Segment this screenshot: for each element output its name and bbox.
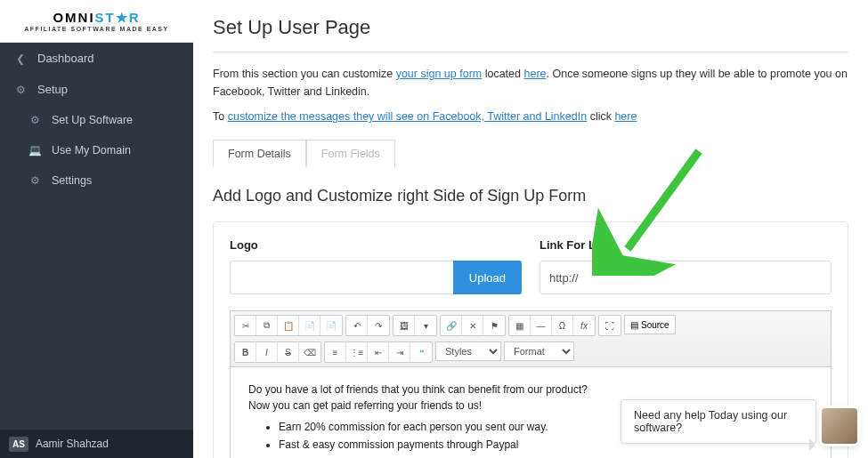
quote-icon[interactable]: ❝	[410, 342, 432, 362]
link-customize-messages[interactable]: customize the messages they will see on …	[228, 110, 587, 123]
format-select[interactable]: Format	[504, 341, 574, 361]
editor-bullet: Get a unique link that will give everyon…	[279, 454, 813, 458]
gear-icon: ⚙	[27, 174, 43, 187]
redo-icon[interactable]: ↷	[368, 316, 389, 335]
anchor-icon[interactable]: ⚑	[483, 316, 505, 335]
fx-icon[interactable]: fx	[573, 316, 595, 335]
section-title: Add Logo and Customize right Side of Sig…	[213, 187, 848, 205]
help-bubble-pointer	[809, 438, 822, 451]
source-icon: ▤	[630, 320, 638, 330]
undo-icon[interactable]: ↶	[346, 316, 368, 335]
logo: OMNIST★R AFFILIATE SOFTWARE MADE EASY	[0, 0, 193, 43]
logo-tagline: AFFILIATE SOFTWARE MADE EASY	[24, 26, 168, 32]
help-avatar[interactable]	[822, 408, 857, 444]
color-icon[interactable]: ▾	[415, 316, 436, 335]
link-here-1[interactable]: here	[523, 68, 546, 80]
nav-use-domain[interactable]: 💻 Use My Domain	[0, 135, 193, 165]
cogs-icon: ⚙	[27, 114, 43, 126]
copy-icon[interactable]: ⧉	[256, 316, 278, 335]
label-logo: Logo	[230, 238, 522, 252]
divider	[213, 52, 848, 52]
bold-icon[interactable]: B	[235, 342, 256, 362]
clear-format-icon[interactable]: ⌫	[299, 342, 320, 362]
nav-label: Use My Domain	[52, 144, 131, 157]
chevron-left-icon: ❮	[12, 52, 28, 65]
unlink-icon[interactable]: ✕	[462, 316, 483, 335]
cut-icon[interactable]: ✂	[235, 316, 256, 335]
ol-icon[interactable]: ≡	[325, 342, 346, 362]
hr-icon[interactable]: —	[531, 316, 552, 335]
paste-icon[interactable]: 📋	[278, 316, 299, 335]
logo-file-input[interactable]	[230, 261, 453, 294]
editor-toolbar: ✂⧉📋📄📄 ↶↷ 🖼▾ 🔗✕⚑ ▦—Ωfx ⛶ ▤Source BIS⌫ ≡⋮≡…	[231, 311, 831, 367]
table-icon[interactable]: ▦	[509, 316, 531, 335]
logo-link-input[interactable]	[539, 261, 831, 294]
help-bubble[interactable]: Need any help Today using our software?	[621, 399, 816, 444]
page-title: Set Up User Page	[213, 16, 848, 39]
nav-label: Settings	[52, 174, 92, 187]
tabs: Form DetailsForm Fields	[213, 140, 848, 167]
indent-icon[interactable]: ⇥	[389, 342, 410, 362]
user-initials: AS	[9, 437, 28, 452]
ul-icon[interactable]: ⋮≡	[346, 342, 368, 362]
link-here-2[interactable]: here	[614, 110, 637, 123]
styles-select[interactable]: Styles	[435, 341, 501, 361]
label-link: Link For Logo	[539, 238, 831, 252]
editor-line: Do you have a lot of friends that you th…	[248, 382, 813, 398]
paste-text-icon[interactable]: 📄	[299, 316, 320, 335]
source-button[interactable]: ▤Source	[624, 315, 676, 334]
paste-word-icon[interactable]: 📄	[320, 316, 342, 335]
nav-settings[interactable]: ⚙ Settings	[0, 165, 193, 196]
nav-setup-label: Setup	[37, 83, 68, 96]
link-signup-form[interactable]: your sign up form	[396, 68, 483, 80]
nav-setup[interactable]: ⚙ Setup	[0, 74, 193, 105]
user-badge[interactable]: AS Aamir Shahzad	[0, 430, 193, 458]
intro-2: To customize the messages they will see …	[213, 108, 848, 125]
strike-icon[interactable]: S	[278, 342, 299, 362]
sidebar: OMNIST★R AFFILIATE SOFTWARE MADE EASY ❮ …	[0, 0, 193, 458]
tab-form-fields[interactable]: Form Fields	[306, 140, 395, 167]
logo-text: OMNIST★R	[53, 10, 140, 26]
omega-icon[interactable]: Ω	[552, 316, 573, 335]
nav-dashboard[interactable]: ❮ Dashboard	[0, 43, 193, 74]
monitor-icon: 💻	[27, 144, 43, 157]
help-text: Need any help Today using our software?	[634, 409, 787, 434]
nav-dashboard-label: Dashboard	[37, 52, 94, 65]
user-name: Aamir Shahzad	[36, 438, 109, 450]
image-icon[interactable]: 🖼	[393, 316, 415, 335]
nav-setup-software[interactable]: ⚙ Set Up Software	[0, 105, 193, 135]
nav-label: Set Up Software	[52, 114, 133, 126]
upload-button[interactable]: Upload	[453, 261, 522, 294]
outdent-icon[interactable]: ⇤	[368, 342, 389, 362]
intro-1: From this section you can customize your…	[213, 65, 848, 100]
maximize-icon[interactable]: ⛶	[599, 316, 621, 335]
link-icon[interactable]: 🔗	[441, 316, 462, 335]
gauge-icon: ⚙	[12, 84, 28, 96]
tab-form-details[interactable]: Form Details	[213, 140, 306, 167]
italic-icon[interactable]: I	[256, 342, 278, 362]
main: Set Up User Page From this section you c…	[193, 0, 868, 458]
